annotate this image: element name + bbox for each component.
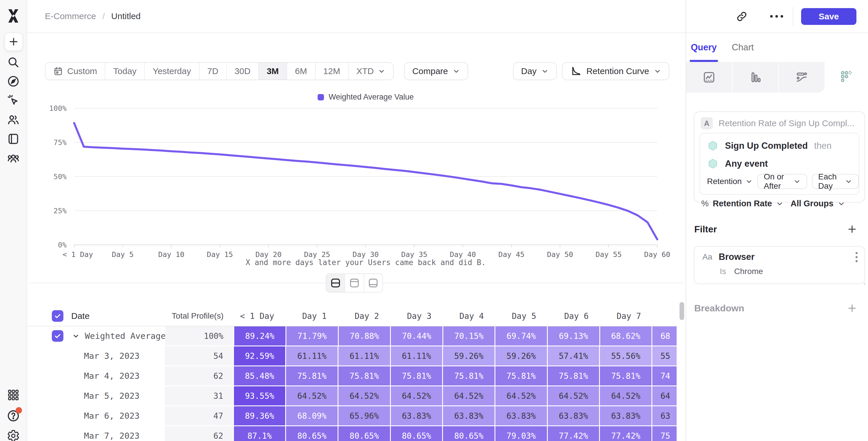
add-filter-icon[interactable] bbox=[846, 224, 858, 235]
retention-cell[interactable]: 63.83% bbox=[391, 406, 442, 426]
retention-cell[interactable]: 89.36% bbox=[234, 406, 285, 426]
retention-cell[interactable]: 64.52% bbox=[443, 386, 495, 405]
settings-gear-icon[interactable] bbox=[7, 430, 20, 441]
measure-dropdown[interactable]: Retention Rate bbox=[713, 199, 772, 208]
range-xtd[interactable]: XTD bbox=[349, 63, 393, 80]
retention-cell-clipped[interactable]: 68 bbox=[652, 326, 677, 346]
retention-cell[interactable]: 92.59% bbox=[234, 346, 285, 366]
report-type-retention-active[interactable] bbox=[825, 62, 868, 93]
interval-dropdown[interactable]: Each Day bbox=[812, 174, 859, 189]
query-name[interactable]: Retention Rate of Sign Up Compl... bbox=[719, 118, 855, 128]
table-vertical-scrollbar[interactable] bbox=[680, 302, 684, 320]
retention-cell[interactable]: 75.81% bbox=[548, 366, 599, 385]
retention-cell[interactable]: 70.88% bbox=[339, 326, 390, 346]
retention-cell[interactable]: 79.03% bbox=[495, 426, 547, 441]
cohorts-group-icon[interactable] bbox=[7, 152, 20, 165]
retention-cell[interactable]: 75.81% bbox=[391, 366, 442, 385]
retention-cell[interactable]: 77.42% bbox=[548, 426, 599, 441]
tab-query[interactable]: Query bbox=[691, 33, 717, 62]
range-yesterday[interactable]: Yesterday bbox=[145, 63, 199, 80]
chart-type-dropdown[interactable]: Retention Curve bbox=[562, 62, 670, 80]
event-row-a[interactable]: Sign Up Completed then bbox=[700, 137, 859, 155]
save-button[interactable]: Save bbox=[801, 8, 857, 25]
retention-cell[interactable]: 80.65% bbox=[286, 426, 338, 441]
report-type-insights[interactable] bbox=[686, 62, 732, 93]
filter-card[interactable]: Aa Browser Is Chrome bbox=[694, 246, 865, 284]
range-today[interactable]: Today bbox=[105, 63, 145, 80]
table-row[interactable]: Mar 3, 20235492.59%61.11%61.11%61.11%59.… bbox=[27, 346, 677, 366]
retention-cell[interactable]: 65.96% bbox=[338, 406, 390, 426]
retention-cell-clipped[interactable]: 64 bbox=[652, 386, 677, 405]
retention-curve-line[interactable] bbox=[74, 123, 657, 239]
filter-value[interactable]: Chrome bbox=[734, 267, 763, 276]
retention-cell[interactable]: 85.48% bbox=[234, 366, 285, 385]
retention-cell[interactable]: 61.11% bbox=[338, 346, 390, 366]
layout-chart-only-button[interactable] bbox=[345, 274, 364, 292]
range-12m[interactable]: 12M bbox=[316, 63, 349, 80]
retention-cell[interactable]: 70.15% bbox=[443, 326, 495, 346]
retention-cell[interactable]: 63.83% bbox=[548, 406, 599, 426]
copy-link-icon[interactable] bbox=[735, 10, 748, 23]
table-row[interactable]: Mar 4, 20236285.48%75.81%75.81%75.81%75.… bbox=[27, 366, 677, 385]
compare-button[interactable]: Compare bbox=[404, 62, 468, 80]
retention-cell[interactable]: 80.65% bbox=[338, 426, 390, 441]
retention-mode-dropdown[interactable]: Retention bbox=[707, 177, 753, 186]
retention-cell[interactable]: 59.26% bbox=[443, 346, 495, 366]
event-a-name[interactable]: Sign Up Completed bbox=[725, 140, 808, 151]
filter-property[interactable]: Browser bbox=[719, 252, 754, 262]
retention-cell[interactable]: 55.56% bbox=[600, 346, 651, 366]
granularity-dropdown[interactable]: Day bbox=[513, 62, 557, 80]
retention-cell[interactable]: 75.81% bbox=[443, 366, 495, 385]
retention-cell[interactable]: 61.11% bbox=[286, 346, 338, 366]
row-checkbox[interactable] bbox=[52, 330, 63, 342]
breadcrumb-report-title[interactable]: Untitled bbox=[111, 11, 141, 21]
filter-menu-icon[interactable] bbox=[856, 252, 858, 262]
retention-cell[interactable]: 64.52% bbox=[548, 386, 599, 405]
retention-line-chart[interactable]: 100%75%50%25%0%< 1 DayDay 5Day 10Day 15D… bbox=[27, 97, 686, 264]
explore-compass-icon[interactable] bbox=[7, 75, 20, 88]
retention-cell[interactable]: 61.11% bbox=[391, 346, 442, 366]
groups-dropdown[interactable]: All Groups bbox=[790, 199, 833, 208]
retention-cell[interactable]: 64.52% bbox=[495, 386, 547, 405]
table-row[interactable]: Mar 7, 20236287.1%80.65%80.65%80.65%80.6… bbox=[27, 426, 677, 441]
retention-cell[interactable]: 75.81% bbox=[338, 366, 390, 385]
table-row[interactable]: Mar 6, 20234789.36%68.09%65.96%63.83%63.… bbox=[27, 406, 677, 426]
retention-cell[interactable]: 57.41% bbox=[548, 346, 599, 366]
range-6m[interactable]: 6M bbox=[287, 63, 316, 80]
retention-cell[interactable]: 75.81% bbox=[286, 366, 338, 385]
journeys-panel-icon[interactable] bbox=[7, 132, 20, 145]
retention-cell[interactable]: 80.65% bbox=[443, 426, 495, 441]
layout-table-only-button[interactable] bbox=[364, 274, 382, 292]
event-row-b[interactable]: Any event bbox=[700, 155, 859, 173]
profiles-users-icon[interactable] bbox=[7, 113, 20, 126]
event-b-name[interactable]: Any event bbox=[725, 159, 768, 169]
more-options-icon[interactable] bbox=[770, 15, 783, 18]
retention-cell-clipped[interactable]: 75 bbox=[652, 426, 677, 441]
events-cursor-icon[interactable] bbox=[7, 94, 20, 107]
retention-cell-clipped[interactable]: 63 bbox=[652, 406, 677, 426]
retention-cell[interactable]: 63.83% bbox=[600, 406, 651, 426]
add-breakdown-icon[interactable] bbox=[846, 303, 858, 314]
breadcrumb-workspace[interactable]: E-Commerce bbox=[45, 11, 96, 21]
filter-operator[interactable]: Is bbox=[720, 267, 726, 276]
retention-cell[interactable]: 69.74% bbox=[495, 326, 547, 346]
help-icon[interactable] bbox=[7, 409, 20, 422]
range-30d[interactable]: 30D bbox=[227, 63, 259, 80]
tab-chart[interactable]: Chart bbox=[732, 33, 754, 62]
retention-cell-clipped[interactable]: 55 bbox=[652, 346, 677, 366]
retention-cell[interactable]: 64.52% bbox=[338, 386, 390, 405]
retention-cell[interactable]: 64.52% bbox=[600, 386, 651, 405]
report-type-flows[interactable] bbox=[779, 62, 825, 93]
report-type-funnel[interactable] bbox=[733, 62, 778, 93]
retention-cell[interactable]: 59.26% bbox=[495, 346, 547, 366]
retention-cell[interactable]: 87.1% bbox=[234, 426, 285, 441]
retention-cell-clipped[interactable]: 74 bbox=[652, 366, 677, 385]
retention-cell[interactable]: 68.62% bbox=[600, 326, 652, 346]
range-custom[interactable]: Custom bbox=[45, 63, 105, 80]
retention-cell[interactable]: 93.55% bbox=[234, 386, 285, 405]
layout-split-button[interactable] bbox=[326, 274, 345, 292]
range-3m[interactable]: 3M bbox=[259, 63, 287, 80]
expand-chevron-icon[interactable] bbox=[71, 332, 80, 340]
retention-cell[interactable]: 77.42% bbox=[600, 426, 651, 441]
search-icon[interactable] bbox=[7, 56, 20, 69]
